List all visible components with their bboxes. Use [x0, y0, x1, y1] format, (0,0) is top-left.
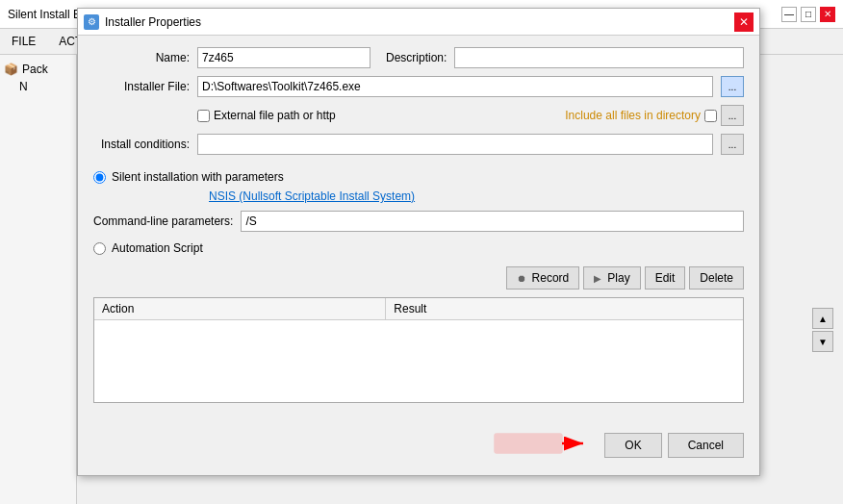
automation-row: Automation Script — [93, 241, 744, 255]
ok-button[interactable]: OK — [604, 433, 661, 458]
description-input[interactable] — [454, 47, 744, 68]
external-path-checkbox[interactable] — [197, 110, 210, 122]
play-icon — [594, 271, 603, 285]
action-buttons-row: Record Play Edit Delete — [93, 266, 744, 290]
silent-radio-row: Silent installation with parameters — [93, 170, 744, 184]
automation-radio[interactable] — [93, 242, 106, 255]
include-files-browse-button[interactable]: ... — [721, 105, 744, 126]
installer-file-label: Installer File: — [93, 80, 190, 93]
cmdline-label: Command-line parameters: — [93, 214, 233, 228]
external-path-label: External file path or http — [214, 109, 336, 122]
name-description-row: Name: Description: — [93, 47, 744, 68]
silent-radio-label: Silent installation with parameters — [112, 170, 284, 184]
installer-file-browse-button[interactable]: ... — [721, 76, 744, 97]
action-table-body — [94, 320, 743, 397]
record-button[interactable]: Record — [506, 266, 580, 290]
file-options-row: External file path or http Include all f… — [93, 105, 744, 126]
installer-file-input[interactable] — [197, 76, 713, 97]
record-icon — [517, 271, 528, 285]
include-files-container: Include all files in directory ... — [565, 105, 744, 126]
package-icon: 📦 — [4, 63, 18, 76]
dialog-body: Name: Description: Installer File: ... E… — [78, 36, 759, 426]
menu-file[interactable]: FILE — [8, 33, 39, 50]
dialog-titlebar-left: ⚙ Installer Properties — [84, 14, 201, 30]
svg-rect-1 — [495, 434, 562, 453]
external-path-container: External file path or http — [197, 109, 336, 122]
action-table: Action Result — [93, 297, 744, 403]
silent-radio[interactable] — [93, 171, 106, 184]
play-button[interactable]: Play — [583, 266, 640, 290]
result-col-header: Result — [386, 298, 743, 319]
dialog-icon: ⚙ — [84, 14, 99, 30]
dialog-footer: OK Cancel — [78, 426, 759, 475]
install-conditions-row: Install conditions: ... — [93, 134, 744, 155]
maximize-btn[interactable]: □ — [801, 7, 816, 22]
edit-button[interactable]: Edit — [645, 266, 686, 290]
installer-file-row: Installer File: ... — [93, 76, 744, 97]
automation-radio-label: Automation Script — [112, 241, 203, 255]
dialog-close-button[interactable]: ✕ — [734, 13, 754, 32]
dialog-titlebar: ⚙ Installer Properties ✕ — [78, 9, 759, 36]
action-table-header: Action Result — [94, 298, 743, 320]
action-col-header: Action — [94, 298, 386, 319]
sidebar-item-pack[interactable]: 📦 Pack — [4, 63, 72, 76]
sidebar-item-n[interactable]: N — [19, 80, 72, 93]
cancel-button[interactable]: Cancel — [668, 433, 744, 458]
scroll-down-button[interactable]: ▼ — [812, 331, 833, 352]
description-label: Description: — [386, 51, 447, 64]
nsis-link[interactable]: NSIS (Nullsoft Scriptable Install System… — [209, 189, 744, 203]
arrow-annotation — [493, 426, 589, 461]
conditions-browse-button[interactable]: ... — [721, 134, 744, 155]
name-input[interactable] — [197, 47, 370, 68]
minimize-btn[interactable]: — — [781, 7, 797, 22]
dialog-title: Installer Properties — [105, 15, 201, 29]
app-sidebar: 📦 Pack N — [0, 55, 77, 504]
delete-button[interactable]: Delete — [689, 266, 744, 290]
scroll-up-button[interactable]: ▲ — [812, 308, 833, 329]
name-label: Name: — [93, 51, 190, 64]
sidebar-arrows: ▲ ▼ — [812, 308, 833, 352]
arrow-annotation-container — [493, 426, 589, 464]
install-conditions-input[interactable] — [197, 134, 713, 155]
installer-properties-dialog: ⚙ Installer Properties ✕ Name: Descripti… — [77, 8, 760, 476]
cmdline-row: Command-line parameters: — [93, 211, 744, 232]
install-conditions-label: Install conditions: — [93, 138, 190, 151]
include-files-label: Include all files in directory — [565, 109, 701, 122]
app-close-btn[interactable]: ✕ — [820, 7, 835, 22]
include-files-checkbox[interactable] — [704, 110, 717, 122]
cmdline-input[interactable] — [241, 211, 744, 232]
spacer1 — [93, 163, 744, 170]
